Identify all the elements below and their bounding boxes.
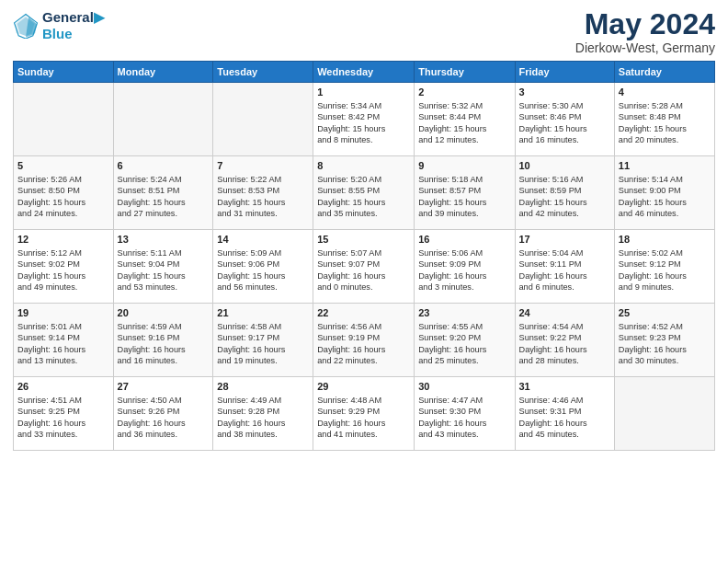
day-number: 23 <box>418 306 510 320</box>
day-number: 25 <box>619 306 711 320</box>
table-row: 9Sunrise: 5:18 AM Sunset: 8:57 PM Daylig… <box>415 156 515 230</box>
day-info: Sunrise: 4:52 AM Sunset: 9:23 PM Dayligh… <box>619 321 711 367</box>
calendar-header-row: Sunday Monday Tuesday Wednesday Thursday… <box>14 62 715 83</box>
col-wednesday: Wednesday <box>313 62 415 83</box>
day-number: 6 <box>118 159 210 173</box>
day-number: 9 <box>418 159 510 173</box>
day-info: Sunrise: 5:12 AM Sunset: 9:02 PM Dayligh… <box>17 247 109 293</box>
day-number: 3 <box>519 86 610 99</box>
table-row: 19Sunrise: 5:01 AM Sunset: 9:14 PM Dayli… <box>14 304 114 377</box>
table-row: 25Sunrise: 4:52 AM Sunset: 9:23 PM Dayli… <box>614 304 714 377</box>
col-monday: Monday <box>113 62 213 83</box>
table-row: 2Sunrise: 5:32 AM Sunset: 8:44 PM Daylig… <box>415 83 515 156</box>
day-info: Sunrise: 4:54 AM Sunset: 9:22 PM Dayligh… <box>519 321 610 367</box>
table-row <box>213 83 313 156</box>
day-info: Sunrise: 5:14 AM Sunset: 9:00 PM Dayligh… <box>619 174 711 220</box>
table-row: 11Sunrise: 5:14 AM Sunset: 9:00 PM Dayli… <box>614 156 714 230</box>
day-info: Sunrise: 4:51 AM Sunset: 9:25 PM Dayligh… <box>17 395 109 441</box>
day-number: 13 <box>118 233 210 247</box>
day-info: Sunrise: 4:56 AM Sunset: 9:19 PM Dayligh… <box>317 321 410 367</box>
table-row <box>14 83 114 156</box>
day-number: 26 <box>17 380 109 394</box>
table-row: 24Sunrise: 4:54 AM Sunset: 9:22 PM Dayli… <box>515 304 614 377</box>
table-row: 14Sunrise: 5:09 AM Sunset: 9:06 PM Dayli… <box>213 230 313 304</box>
table-row: 10Sunrise: 5:16 AM Sunset: 8:59 PM Dayli… <box>515 156 614 230</box>
col-friday: Friday <box>515 62 614 83</box>
day-number: 24 <box>519 306 610 320</box>
table-row: 27Sunrise: 4:50 AM Sunset: 9:26 PM Dayli… <box>113 377 213 451</box>
day-info: Sunrise: 5:02 AM Sunset: 9:12 PM Dayligh… <box>619 247 711 293</box>
logo: General▶ Blue <box>13 9 105 42</box>
day-info: Sunrise: 5:16 AM Sunset: 8:59 PM Dayligh… <box>519 174 610 220</box>
table-row <box>113 83 213 156</box>
calendar-table: Sunday Monday Tuesday Wednesday Thursday… <box>13 61 715 451</box>
day-number: 8 <box>317 159 410 173</box>
day-number: 18 <box>619 233 711 247</box>
day-info: Sunrise: 4:49 AM Sunset: 9:28 PM Dayligh… <box>217 395 309 441</box>
table-row: 28Sunrise: 4:49 AM Sunset: 9:28 PM Dayli… <box>213 377 313 451</box>
calendar-week-row: 19Sunrise: 5:01 AM Sunset: 9:14 PM Dayli… <box>14 304 715 377</box>
day-number: 2 <box>418 86 510 99</box>
day-info: Sunrise: 5:34 AM Sunset: 8:42 PM Dayligh… <box>317 100 410 146</box>
day-number: 11 <box>619 159 711 173</box>
table-row <box>614 377 714 451</box>
table-row: 3Sunrise: 5:30 AM Sunset: 8:46 PM Daylig… <box>515 83 614 156</box>
table-row: 30Sunrise: 4:47 AM Sunset: 9:30 PM Dayli… <box>415 377 515 451</box>
day-info: Sunrise: 4:59 AM Sunset: 9:16 PM Dayligh… <box>118 321 210 367</box>
day-info: Sunrise: 4:47 AM Sunset: 9:30 PM Dayligh… <box>418 395 510 441</box>
header: General▶ Blue May 2024 Dierkow-West, Ger… <box>13 9 715 55</box>
table-row: 13Sunrise: 5:11 AM Sunset: 9:04 PM Dayli… <box>113 230 213 304</box>
day-info: Sunrise: 5:18 AM Sunset: 8:57 PM Dayligh… <box>418 174 510 220</box>
table-row: 26Sunrise: 4:51 AM Sunset: 9:25 PM Dayli… <box>14 377 114 451</box>
day-number: 10 <box>519 159 610 173</box>
table-row: 8Sunrise: 5:20 AM Sunset: 8:55 PM Daylig… <box>313 156 415 230</box>
day-info: Sunrise: 4:48 AM Sunset: 9:29 PM Dayligh… <box>317 395 410 441</box>
day-number: 1 <box>317 86 410 99</box>
day-number: 16 <box>418 233 510 247</box>
day-info: Sunrise: 4:50 AM Sunset: 9:26 PM Dayligh… <box>118 395 210 441</box>
day-number: 14 <box>217 233 309 247</box>
day-number: 27 <box>118 380 210 394</box>
day-info: Sunrise: 5:30 AM Sunset: 8:46 PM Dayligh… <box>519 100 610 146</box>
table-row: 6Sunrise: 5:24 AM Sunset: 8:51 PM Daylig… <box>113 156 213 230</box>
day-number: 28 <box>217 380 309 394</box>
table-row: 7Sunrise: 5:22 AM Sunset: 8:53 PM Daylig… <box>213 156 313 230</box>
day-number: 31 <box>519 380 610 394</box>
day-info: Sunrise: 5:06 AM Sunset: 9:09 PM Dayligh… <box>418 247 510 293</box>
day-info: Sunrise: 4:58 AM Sunset: 9:17 PM Dayligh… <box>217 321 309 367</box>
day-number: 21 <box>217 306 309 320</box>
col-sunday: Sunday <box>14 62 114 83</box>
day-number: 12 <box>17 233 109 247</box>
table-row: 21Sunrise: 4:58 AM Sunset: 9:17 PM Dayli… <box>213 304 313 377</box>
table-row: 15Sunrise: 5:07 AM Sunset: 9:07 PM Dayli… <box>313 230 415 304</box>
calendar-week-row: 5Sunrise: 5:26 AM Sunset: 8:50 PM Daylig… <box>14 156 715 230</box>
col-thursday: Thursday <box>415 62 515 83</box>
day-info: Sunrise: 5:26 AM Sunset: 8:50 PM Dayligh… <box>17 174 109 220</box>
day-info: Sunrise: 4:46 AM Sunset: 9:31 PM Dayligh… <box>519 395 610 441</box>
table-row: 31Sunrise: 4:46 AM Sunset: 9:31 PM Dayli… <box>515 377 614 451</box>
table-row: 17Sunrise: 5:04 AM Sunset: 9:11 PM Dayli… <box>515 230 614 304</box>
page: General▶ Blue May 2024 Dierkow-West, Ger… <box>0 0 728 563</box>
table-row: 23Sunrise: 4:55 AM Sunset: 9:20 PM Dayli… <box>415 304 515 377</box>
day-number: 5 <box>17 159 109 173</box>
day-info: Sunrise: 5:20 AM Sunset: 8:55 PM Dayligh… <box>317 174 410 220</box>
calendar-week-row: 1Sunrise: 5:34 AM Sunset: 8:42 PM Daylig… <box>14 83 715 156</box>
day-info: Sunrise: 4:55 AM Sunset: 9:20 PM Dayligh… <box>418 321 510 367</box>
day-info: Sunrise: 5:22 AM Sunset: 8:53 PM Dayligh… <box>217 174 309 220</box>
table-row: 16Sunrise: 5:06 AM Sunset: 9:09 PM Dayli… <box>415 230 515 304</box>
table-row: 29Sunrise: 4:48 AM Sunset: 9:29 PM Dayli… <box>313 377 415 451</box>
day-number: 30 <box>418 380 510 394</box>
table-row: 1Sunrise: 5:34 AM Sunset: 8:42 PM Daylig… <box>313 83 415 156</box>
day-number: 7 <box>217 159 309 173</box>
day-number: 17 <box>519 233 610 247</box>
day-number: 4 <box>619 86 711 99</box>
logo-text: General▶ Blue <box>42 9 105 42</box>
table-row: 18Sunrise: 5:02 AM Sunset: 9:12 PM Dayli… <box>614 230 714 304</box>
month-title: May 2024 <box>575 9 715 39</box>
table-row: 12Sunrise: 5:12 AM Sunset: 9:02 PM Dayli… <box>14 230 114 304</box>
day-number: 20 <box>118 306 210 320</box>
day-info: Sunrise: 5:24 AM Sunset: 8:51 PM Dayligh… <box>118 174 210 220</box>
col-saturday: Saturday <box>614 62 714 83</box>
day-info: Sunrise: 5:07 AM Sunset: 9:07 PM Dayligh… <box>317 247 410 293</box>
title-block: May 2024 Dierkow-West, Germany <box>575 9 715 55</box>
